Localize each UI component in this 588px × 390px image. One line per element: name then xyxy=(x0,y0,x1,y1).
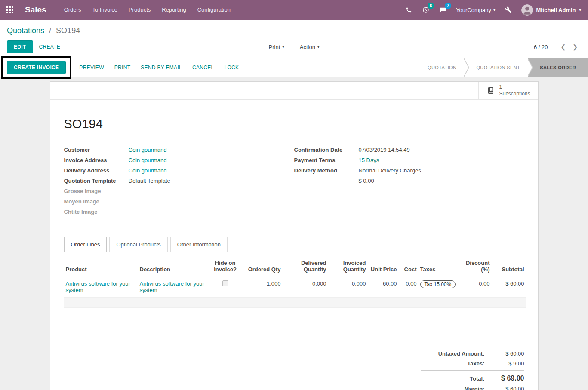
stat-button-value: 1 xyxy=(499,84,502,90)
confirmation-date-value: 07/03/2019 14:54:49 xyxy=(359,146,410,154)
nav-menu-products[interactable]: Products xyxy=(123,0,156,20)
col-ordered-qty[interactable]: Ordered Qty xyxy=(240,257,283,276)
preview-button[interactable]: PREVIEW xyxy=(74,64,109,71)
tab-order-lines[interactable]: Order Lines xyxy=(64,237,107,252)
col-discount[interactable]: Discount (%) xyxy=(462,257,492,276)
company-switcher[interactable]: YourCompany ▾ xyxy=(452,7,499,13)
state-quotation-sent[interactable]: QUOTATION SENT xyxy=(464,58,528,77)
nav-menu-to-invoice[interactable]: To Invoice xyxy=(86,0,123,20)
empty-list-row xyxy=(64,298,526,308)
chevron-down-icon: ▾ xyxy=(579,8,581,12)
unit-price-cell: 60.00 xyxy=(368,276,399,298)
cancel-button[interactable]: CANCEL xyxy=(187,64,219,71)
control-panel: EDIT CREATE Print ▾ Action ▾ 6 / 20 ❮ ❯ xyxy=(0,37,588,58)
statusbar: CREATE INVOICE PREVIEW PRINT SEND BY EMA… xyxy=(0,58,588,77)
field-label: Invoice Address xyxy=(64,156,129,164)
phone-icon[interactable] xyxy=(400,0,417,20)
margin-label: Margin: xyxy=(465,386,485,390)
breadcrumb-current: SO194 xyxy=(56,26,80,35)
field-delivery-method: Delivery Method Normal Delivery Charges xyxy=(294,166,524,175)
totals-block: Untaxed Amount: $ 60.00 Taxes: $ 9.00 To… xyxy=(421,346,524,390)
print-button[interactable]: PRINT xyxy=(109,64,136,71)
pager-previous-button[interactable]: ❮ xyxy=(557,43,570,50)
untaxed-amount-label: Untaxed Amount: xyxy=(438,350,485,357)
field-invoice-address: Invoice Address Coin gourmand xyxy=(64,156,294,164)
product-link[interactable]: Antivirus software for your system xyxy=(66,280,130,293)
pager-next-button[interactable]: ❯ xyxy=(569,43,581,50)
apps-menu-button[interactable] xyxy=(0,0,20,20)
navbar-systray: 6 7 YourCompany ▾ Mitchell Admin ▾ xyxy=(400,0,588,20)
col-invoiced-quantity[interactable]: Invoiced Quantity xyxy=(328,257,368,276)
breadcrumb-quotations-link[interactable]: Quotations xyxy=(7,26,44,35)
page-title: SO194 xyxy=(64,117,524,131)
quotation-template-value: Default Template xyxy=(129,177,170,185)
hide-on-invoice-checkbox[interactable] xyxy=(222,280,228,286)
print-dropdown-label: Print xyxy=(269,44,280,50)
tab-other-information[interactable]: Other Information xyxy=(170,237,228,252)
breadcrumb: Quotations / SO194 xyxy=(0,20,588,37)
chevron-down-icon: ▾ xyxy=(493,8,496,12)
state-sales-order[interactable]: SALES ORDER xyxy=(528,58,588,77)
book-icon xyxy=(486,86,495,95)
col-product[interactable]: Product xyxy=(64,257,138,276)
payment-terms-link[interactable]: 15 Days xyxy=(359,156,379,164)
field-grosse-image: Grosse Image xyxy=(64,187,294,195)
create-button[interactable]: CREATE xyxy=(34,41,66,53)
user-name: Mitchell Admin xyxy=(536,7,576,13)
create-invoice-button[interactable]: CREATE INVOICE xyxy=(7,61,66,74)
total-label: Total: xyxy=(470,375,484,382)
field-chtite-image: Chtite Image xyxy=(64,208,294,216)
col-hide-on-invoice[interactable]: Hide on Invoice? xyxy=(210,257,240,276)
edit-button[interactable]: EDIT xyxy=(7,40,33,53)
field-groups: Customer Coin gourmand Invoice Address C… xyxy=(64,146,524,218)
messages-chat-icon[interactable]: 7 xyxy=(434,0,452,20)
form-view-content: 1 Subscriptions SO194 Customer Coin gour… xyxy=(0,77,588,390)
taxes-value: $ 9.00 xyxy=(494,360,524,367)
activities-badge: 6 xyxy=(428,3,434,9)
breadcrumb-separator: / xyxy=(49,26,51,35)
subscriptions-stat-button[interactable]: 1 Subscriptions xyxy=(478,82,538,99)
avatar xyxy=(521,4,533,16)
col-unit-price[interactable]: Unit Price xyxy=(368,257,399,276)
field-moyen-image: Moyen Image xyxy=(64,197,294,206)
app-name[interactable]: Sales xyxy=(25,5,46,15)
field-quotation-template: Quotation Template Default Template xyxy=(64,177,294,185)
nav-menu-configuration[interactable]: Configuration xyxy=(192,0,236,20)
state-quotation[interactable]: QUOTATION xyxy=(420,58,464,77)
col-delivered-quantity[interactable]: Delivered Quantity xyxy=(283,257,328,276)
activities-clock-icon[interactable]: 6 xyxy=(417,0,434,20)
customer-link[interactable]: Coin gourmand xyxy=(129,146,167,154)
delivery-address-link[interactable]: Coin gourmand xyxy=(129,166,167,175)
user-menu[interactable]: Mitchell Admin ▾ xyxy=(517,4,584,16)
order-line-row[interactable]: Antivirus software for your system Antiv… xyxy=(64,276,526,298)
ordered-qty-cell: 1.000 xyxy=(240,276,283,298)
col-subtotal[interactable]: Subtotal xyxy=(492,257,526,276)
taxes-row: Taxes: $ 9.00 xyxy=(421,360,524,367)
tab-optional-products[interactable]: Optional Products xyxy=(109,237,167,252)
col-taxes[interactable]: Taxes xyxy=(419,257,462,276)
invoice-address-link[interactable]: Coin gourmand xyxy=(129,156,167,164)
send-by-email-button[interactable]: SEND BY EMAIL xyxy=(135,64,187,71)
col-cost[interactable]: Cost xyxy=(399,257,419,276)
nav-menu-orders[interactable]: Orders xyxy=(58,0,87,20)
action-dropdown[interactable]: Action ▾ xyxy=(300,44,320,50)
field-group-right: Confirmation Date 07/03/2019 14:54:49 Pa… xyxy=(294,146,524,218)
margin-value: $ 60.00 xyxy=(494,386,524,390)
company-name: YourCompany xyxy=(456,7,491,13)
tax-badge: Tax 15.00% xyxy=(420,280,456,288)
total-row: Total: $ 69.00 xyxy=(421,370,524,382)
delivery-method-value: Normal Delivery Charges xyxy=(359,166,421,175)
field-group-left: Customer Coin gourmand Invoice Address C… xyxy=(64,146,294,218)
taxes-label: Taxes: xyxy=(467,360,484,367)
debug-wrench-icon[interactable] xyxy=(500,0,517,20)
form-sheet: 1 Subscriptions SO194 Customer Coin gour… xyxy=(50,81,539,390)
lock-button[interactable]: LOCK xyxy=(219,64,244,71)
print-dropdown[interactable]: Print ▾ xyxy=(269,44,284,50)
field-customer: Customer Coin gourmand xyxy=(64,146,294,154)
col-description[interactable]: Description xyxy=(138,257,210,276)
apps-grid-icon xyxy=(6,6,13,13)
nav-menu-reporting[interactable]: Reporting xyxy=(156,0,191,20)
field-label: Payment Terms xyxy=(294,156,359,164)
description-text: Antivirus software for your system xyxy=(140,280,204,293)
top-navbar: Sales Orders To Invoice Products Reporti… xyxy=(0,0,588,20)
